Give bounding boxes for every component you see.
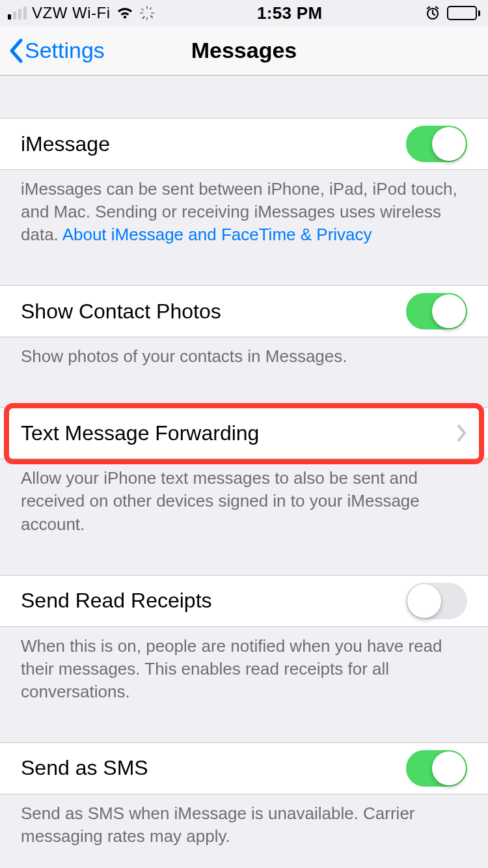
- nav-title: Messages: [191, 38, 297, 63]
- status-left: VZW Wi-Fi: [8, 4, 154, 22]
- svg-rect-7: [142, 16, 145, 20]
- imessage-footer: iMessages can be sent between iPhone, iP…: [0, 170, 488, 260]
- forwarding-highlight: Text Message Forwarding: [0, 407, 488, 459]
- read-receipts-footer: When this is on, people are notified whe…: [0, 627, 488, 718]
- contact-photos-row[interactable]: Show Contact Photos: [0, 285, 488, 337]
- imessage-toggle[interactable]: [406, 126, 467, 162]
- read-receipts-toggle[interactable]: [406, 583, 467, 619]
- imessage-row[interactable]: iMessage: [0, 118, 488, 170]
- send-sms-row[interactable]: Send as SMS: [0, 742, 488, 794]
- forwarding-row[interactable]: Text Message Forwarding: [0, 407, 488, 459]
- svg-rect-3: [151, 12, 154, 14]
- cellular-signal-icon: [8, 7, 27, 20]
- imessage-privacy-link[interactable]: About iMessage and FaceTime & Privacy: [62, 225, 372, 244]
- svg-rect-1: [146, 17, 148, 20]
- contact-photos-toggle[interactable]: [406, 293, 467, 329]
- contact-photos-footer: Show photos of your contacts in Messages…: [0, 337, 488, 382]
- svg-rect-0: [146, 6, 148, 9]
- svg-rect-2: [140, 12, 143, 14]
- carrier-label: VZW Wi-Fi: [32, 4, 110, 22]
- status-time: 1:53 PM: [257, 3, 322, 23]
- alarm-icon: [425, 5, 441, 21]
- contact-photos-label: Show Contact Photos: [21, 300, 221, 324]
- imessage-label: iMessage: [21, 132, 110, 156]
- send-sms-toggle[interactable]: [406, 750, 467, 787]
- nav-bar: Settings Messages: [0, 26, 488, 76]
- forwarding-footer: Allow your iPhone text messages to also …: [0, 459, 488, 550]
- status-right: [425, 5, 480, 21]
- battery-icon: [447, 6, 480, 20]
- status-bar: VZW Wi-Fi 1:53 PM: [0, 0, 488, 26]
- content-scroll[interactable]: iMessage iMessages can be sent between i…: [0, 76, 488, 868]
- read-receipts-label: Send Read Receipts: [21, 589, 212, 613]
- send-sms-footer: Send as SMS when iMessage is unavailable…: [0, 794, 488, 862]
- chevron-right-icon: [457, 424, 467, 442]
- svg-rect-6: [149, 7, 152, 10]
- spinner-icon: [140, 6, 154, 20]
- back-label: Settings: [25, 38, 105, 63]
- svg-rect-4: [141, 8, 144, 11]
- send-sms-label: Send as SMS: [21, 756, 148, 780]
- svg-rect-5: [150, 15, 154, 18]
- back-button[interactable]: Settings: [0, 38, 105, 64]
- forwarding-label: Text Message Forwarding: [21, 421, 259, 445]
- read-receipts-row[interactable]: Send Read Receipts: [0, 575, 488, 627]
- chevron-left-icon: [8, 38, 23, 64]
- wifi-icon: [115, 5, 135, 21]
- forwarding-accessory: [457, 424, 467, 442]
